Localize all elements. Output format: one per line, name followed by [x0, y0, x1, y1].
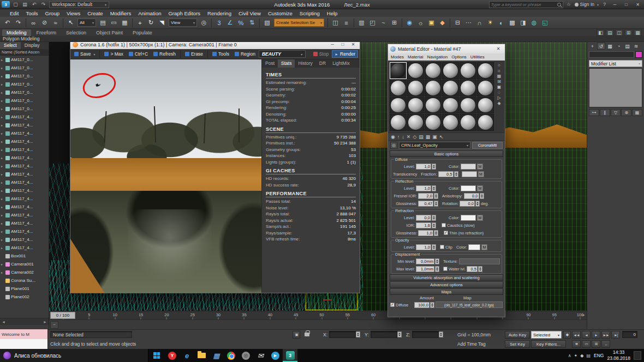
refraction-map-button[interactable]: M	[477, 215, 483, 221]
select-and-rotate-icon[interactable]: ↻	[146, 17, 156, 28]
list-item[interactable]: ▸AM117_4...	[0, 244, 49, 252]
sample-tool-icon-4[interactable]: ▣	[497, 85, 502, 89]
unlink-selection-icon[interactable]: ⊘	[39, 17, 50, 28]
clip-checkbox[interactable]	[440, 245, 444, 249]
spinner-arrows[interactable]	[480, 193, 484, 199]
taskbar-explorer-icon[interactable]	[194, 349, 209, 362]
render-production-icon[interactable]: ◆	[437, 17, 448, 28]
list-item[interactable]: ▸Camera001	[0, 260, 49, 268]
favorites-star-icon[interactable]: ☆	[565, 1, 573, 8]
time-configuration-icon[interactable]: ≣	[572, 340, 581, 348]
material-sample-slot[interactable]	[390, 80, 407, 96]
pick-material-icon[interactable]: ◎	[390, 142, 397, 149]
menu-animation[interactable]: Animation	[138, 10, 161, 16]
material-sample-slot[interactable]	[477, 62, 494, 79]
go-to-start-button[interactable]: ◄◄	[572, 331, 581, 339]
close-button[interactable]: ✕	[349, 41, 357, 48]
list-item[interactable]: ▸AM117_4...	[0, 178, 49, 186]
material-sample-slot[interactable]	[425, 97, 442, 114]
maximize-button[interactable]: □	[338, 41, 347, 48]
tab-lightmix[interactable]: LightMix	[329, 59, 353, 68]
tab-motion[interactable]: ◔	[615, 43, 623, 50]
scene-explorer-column-header[interactable]: Name (Sorted Ascen	[0, 49, 49, 56]
menu-options[interactable]: Options	[451, 55, 467, 59]
fresnel-ior-field[interactable]: 2,0	[418, 193, 433, 199]
tab-display[interactable]: ▤	[623, 43, 631, 50]
tray-icon-3[interactable]: ▤	[586, 353, 591, 358]
y-coordinate-field[interactable]	[371, 331, 398, 338]
tab-modify[interactable]: ↺	[597, 43, 605, 50]
material-sample-slot[interactable]	[442, 80, 459, 96]
water-level-checkbox[interactable]	[443, 267, 448, 271]
expand-arrow-icon[interactable]: ▸	[1, 99, 4, 102]
map-amount-field[interactable]: 100,0	[414, 302, 430, 308]
material-sample-slot[interactable]	[442, 62, 459, 79]
expand-arrow-icon[interactable]: ▸	[1, 131, 4, 135]
material-sample-slot[interactable]	[477, 97, 494, 114]
expand-arrow-icon[interactable]: ▸	[1, 213, 4, 217]
x-spinner[interactable]	[356, 331, 360, 337]
spinner-arrows[interactable]	[454, 171, 458, 177]
menu-material[interactable]: Material	[408, 55, 423, 59]
ior-field[interactable]: 1,6	[416, 222, 431, 228]
reflection-level-field[interactable]: 1,0	[416, 185, 431, 191]
material-tool-icon-4[interactable]: ◇	[413, 134, 416, 140]
new-scene-icon[interactable]: ▢	[12, 1, 19, 8]
expand-arrow-icon[interactable]: ▸	[1, 238, 4, 242]
save-button[interactable]: Save▾	[72, 51, 97, 57]
taskbar-edge-icon[interactable]: e	[180, 349, 194, 362]
viewport-tool-icon-4[interactable]: ▦	[634, 29, 642, 36]
close-button[interactable]: ✕	[633, 1, 642, 8]
percent-snap-icon[interactable]: %	[236, 17, 246, 28]
spinner-arrows[interactable]	[432, 222, 436, 228]
diffuse-level-field[interactable]: 1,0	[416, 164, 431, 170]
tab-modeling[interactable]: Modeling	[2, 29, 31, 36]
selection-set-dropdown[interactable]: Selected▾	[531, 331, 562, 339]
spinner-arrows[interactable]	[435, 266, 439, 272]
list-item[interactable]: ▸AM117_4...	[0, 129, 49, 137]
tab-selection[interactable]: Selection	[62, 29, 91, 36]
list-item[interactable]: ▸AM117_4...	[0, 113, 49, 121]
maximize-button[interactable]: □	[622, 1, 631, 8]
tab-object-paint[interactable]: Object Paint	[92, 29, 127, 36]
diffuse-map-button[interactable]: M	[477, 164, 483, 170]
list-item[interactable]: Plane002	[0, 293, 49, 301]
named-selection-sets-dropdown[interactable]: Create Selection Se▾	[274, 19, 324, 27]
viewport-tool-icon-3[interactable]: ⊞	[624, 29, 633, 36]
translucency-map-button[interactable]: M	[478, 171, 484, 177]
menu-civil-view[interactable]: Civil View	[238, 10, 261, 16]
tab-populate[interactable]: Populate	[128, 29, 157, 36]
list-item[interactable]: ▸AM117_0...	[0, 56, 49, 64]
list-item[interactable]: ▸AM117_0...	[0, 105, 49, 113]
language-indicator[interactable]: ENG	[594, 353, 604, 358]
expand-arrow-icon[interactable]: ▸	[1, 66, 4, 70]
material-tool-icon-6[interactable]: ▦	[426, 134, 431, 140]
material-sample-slot[interactable]	[390, 97, 407, 114]
menu-edit[interactable]: Edit	[10, 10, 19, 16]
tab-hierarchy[interactable]: ▦	[606, 43, 614, 50]
to-max-button[interactable]: > Max	[102, 51, 125, 57]
material-sample-slot[interactable]	[425, 80, 442, 96]
material-sample-slot[interactable]	[390, 62, 407, 79]
menu-scripting[interactable]: Scripting	[300, 10, 320, 16]
scene-states-icon[interactable]: ▩	[507, 17, 517, 28]
rollout-basic-options[interactable]: Basic options	[390, 150, 503, 157]
object-name-field[interactable]	[589, 51, 634, 58]
diffuse-map-slot-button[interactable]: (ols_117_t5_leaf_color_0.2.tga)	[436, 301, 503, 308]
spinner-arrows[interactable]	[435, 258, 439, 264]
expand-arrow-icon[interactable]: ▸	[1, 189, 4, 192]
z-spinner[interactable]	[439, 331, 443, 337]
camera-create-icon[interactable]: ◐	[496, 17, 506, 28]
window-crossing-icon[interactable]: ▦	[120, 17, 130, 28]
sample-tool-icon-6[interactable]: ▷	[497, 95, 500, 100]
erase-button[interactable]: Erase	[183, 51, 205, 57]
spinner-arrows[interactable]	[478, 266, 482, 272]
reflection-glossiness-field[interactable]: 0,47	[418, 201, 433, 207]
spinner-arrows[interactable]	[432, 185, 436, 191]
stack-button-4[interactable]: ▦	[632, 109, 642, 116]
material-sample-slot[interactable]	[407, 62, 424, 79]
list-item[interactable]: ▸AM117_0...	[0, 96, 49, 105]
refresh-button[interactable]: Refresh	[151, 51, 178, 57]
expand-arrow-icon[interactable]: ▸	[1, 140, 4, 143]
expand-arrow-icon[interactable]: ▸	[1, 221, 4, 225]
